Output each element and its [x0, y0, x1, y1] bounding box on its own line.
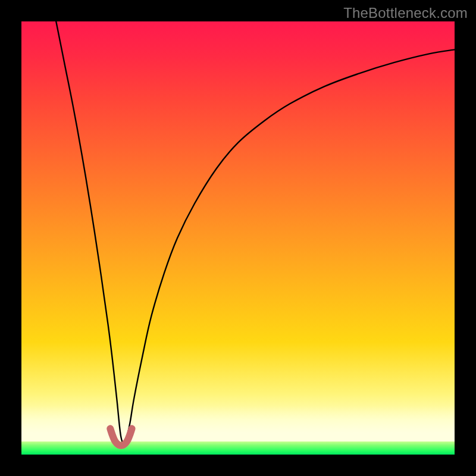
watermark-text: TheBottleneck.com	[343, 5, 468, 21]
bottleneck-curve	[56, 21, 455, 443]
curve-layer	[21, 21, 455, 455]
chart-frame: TheBottleneck.com	[0, 0, 476, 476]
plot-area	[21, 21, 455, 455]
